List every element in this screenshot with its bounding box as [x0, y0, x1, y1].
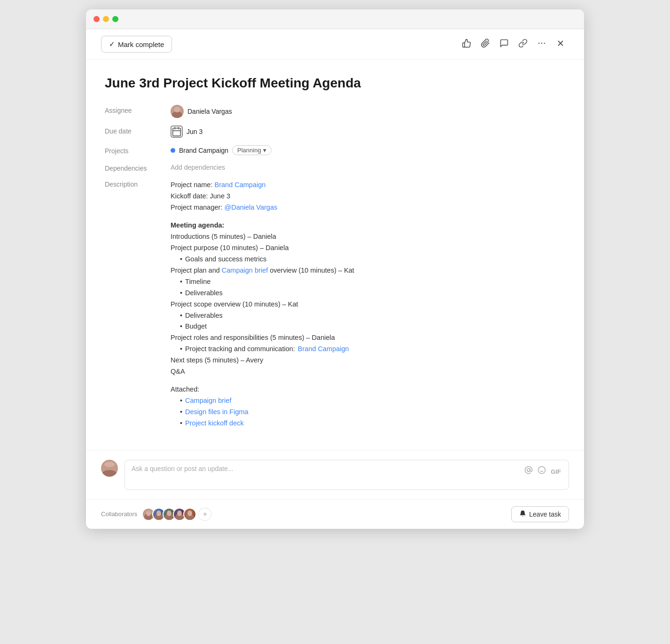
gif-icon: GIF: [551, 468, 561, 475]
assignee-label: Assignee: [105, 105, 171, 118]
link-icon: [518, 39, 528, 50]
desc-campaign-brief-link2[interactable]: Campaign brief: [185, 395, 231, 407]
plus-icon: +: [203, 510, 207, 518]
desc-campaign-brief-link[interactable]: Campaign brief: [222, 267, 268, 274]
desc-brand-campaign-link[interactable]: Brand Campaign: [215, 181, 266, 188]
title-bar: [86, 9, 584, 29]
comment-placeholder[interactable]: Ask a question or post an update...: [132, 465, 523, 472]
desc-attached-1: Campaign brief: [180, 395, 565, 407]
desc-scope-sub1: Deliverables: [180, 310, 565, 322]
desc-plan-prefix: Project plan and: [171, 267, 222, 274]
desc-plan-sub1: Timeline: [180, 276, 565, 288]
at-sign-icon: [524, 467, 533, 476]
due-date-text: Jun 3: [187, 128, 203, 135]
comment-section: Ask a question or post an update...: [86, 450, 584, 499]
add-collaborator-button[interactable]: +: [198, 508, 211, 521]
assignee-avatar: [171, 105, 184, 118]
desc-project-name-prefix: Project name:: [171, 181, 215, 188]
minimize-traffic-light[interactable]: [103, 16, 109, 22]
collaborator-list: +: [142, 508, 211, 521]
attached-heading-text: Attached:: [171, 385, 199, 393]
desc-pm-prefix: Project manager:: [171, 204, 224, 211]
svg-point-1: [541, 42, 543, 44]
desc-agenda-sub1: Goals and success metrics: [180, 254, 565, 265]
mark-complete-button[interactable]: ✓ Mark complete: [101, 36, 172, 53]
task-title: June 3rd Project Kickoff Meeting Agenda: [105, 75, 565, 92]
close-button[interactable]: [552, 36, 569, 53]
traffic-lights: [93, 16, 118, 22]
desc-scope-sub1-text: Deliverables: [185, 310, 223, 322]
leave-task-button[interactable]: Leave task: [511, 506, 569, 522]
ellipsis-icon: [537, 39, 546, 50]
emoji-button[interactable]: [537, 465, 547, 478]
desc-plan-sub2-text: Deliverables: [185, 288, 223, 299]
desc-plan-suffix: overview (10 minutes) – Kat: [268, 267, 354, 274]
close-icon: [556, 39, 565, 50]
projects-label: Projects: [105, 145, 171, 155]
close-traffic-light[interactable]: [93, 16, 100, 22]
desc-project-name: Project name: Brand Campaign: [171, 180, 565, 191]
spacer1: [171, 213, 565, 220]
desc-roles: Project roles and responsibilities (5 mi…: [171, 332, 565, 344]
svg-rect-5: [173, 128, 181, 136]
description-content: Project name: Brand Campaign Kickoff dat…: [171, 180, 565, 429]
task-content: June 3rd Project Kickoff Meeting Agenda …: [86, 60, 584, 450]
more-options-button[interactable]: [533, 36, 550, 53]
svg-point-10: [538, 466, 545, 473]
desc-agenda-plan: Project plan and Campaign brief overview…: [171, 265, 565, 276]
desc-scope-sub2-text: Budget: [185, 321, 207, 332]
due-date-value[interactable]: Jun 3: [171, 126, 565, 138]
comment-button[interactable]: [496, 36, 513, 53]
comment-icon-actions: GIF: [523, 465, 562, 478]
dependencies-value[interactable]: Add dependencies: [171, 163, 565, 172]
desc-brand-campaign-link2[interactable]: Brand Campaign: [298, 344, 349, 355]
desc-attached-3: Project kickoff deck: [180, 418, 565, 429]
desc-plan-sub1-text: Timeline: [185, 276, 210, 288]
desc-agenda-item-1: Introductions (5 minutes) – Daniela: [171, 231, 565, 243]
due-date-label: Due date: [105, 126, 171, 138]
at-mention-button[interactable]: [523, 465, 534, 478]
project-name: Brand Campaign: [179, 147, 228, 154]
comment-input-wrapper[interactable]: Ask a question or post an update...: [125, 460, 569, 490]
desc-agenda-sub1-text: Goals and success metrics: [185, 254, 266, 265]
paperclip-icon: [481, 39, 490, 50]
thumbs-up-button[interactable]: [458, 36, 475, 53]
bell-icon: [519, 510, 526, 518]
desc-pm-link[interactable]: @Daniela Vargas: [224, 204, 277, 211]
desc-next-steps: Next steps (5 minutes) – Avery: [171, 355, 565, 366]
collaborator-avatar-5: [183, 508, 196, 521]
link-button[interactable]: [514, 36, 531, 53]
desc-attached-2: Design files in Figma: [180, 407, 565, 418]
gif-button[interactable]: GIF: [550, 465, 562, 477]
commenter-avatar: [101, 460, 118, 477]
dependencies-label: Dependencies: [105, 163, 171, 172]
maximize-traffic-light[interactable]: [112, 16, 118, 22]
svg-point-2: [544, 42, 545, 44]
comment-icon: [499, 39, 509, 50]
main-window: ✓ Mark complete: [86, 9, 584, 529]
desc-roles-sub-prefix: Project tracking and communication:: [185, 344, 295, 355]
desc-agenda-item-2: Project purpose (10 minutes) – Daniela: [171, 243, 565, 254]
desc-project-manager: Project manager: @Daniela Vargas: [171, 202, 565, 213]
description-label: Description: [105, 180, 171, 429]
mark-complete-label: Mark complete: [118, 40, 164, 48]
calendar-icon: [171, 126, 183, 138]
desc-figma-link[interactable]: Design files in Figma: [185, 407, 249, 418]
desc-kickoff-date: Kickoff date: June 3: [171, 191, 565, 202]
collaborators-section: Collaborators +: [101, 508, 211, 521]
assignee-value[interactable]: Daniela Vargas: [171, 105, 565, 118]
desc-kickoff-deck-link[interactable]: Project kickoff deck: [185, 418, 244, 429]
attachment-button[interactable]: [477, 36, 494, 53]
leave-task-label: Leave task: [529, 510, 561, 518]
collaborators-label: Collaborators: [101, 510, 137, 518]
desc-plan-sub2: Deliverables: [180, 288, 565, 299]
chevron-down-icon: ▾: [263, 147, 266, 154]
desc-scope: Project scope overview (10 minutes) – Ka…: [171, 299, 565, 310]
add-dependencies-button[interactable]: Add dependencies: [171, 164, 225, 171]
toolbar-actions: [458, 36, 569, 53]
desc-qa: Q&A: [171, 366, 565, 377]
section-badge[interactable]: Planning ▾: [232, 145, 272, 155]
desc-agenda-heading: Meeting agenda:: [171, 220, 565, 231]
project-dot: [171, 148, 175, 153]
projects-value[interactable]: Brand Campaign Planning ▾: [171, 145, 565, 155]
